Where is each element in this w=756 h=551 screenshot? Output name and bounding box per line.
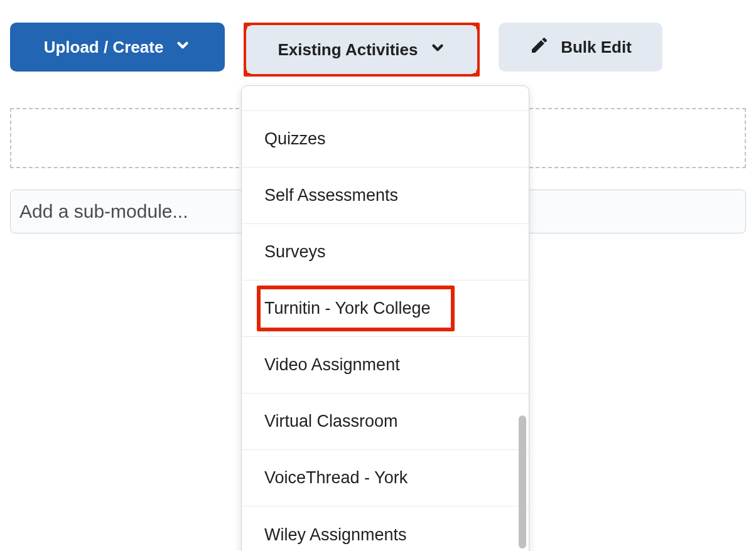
dropdown-item-self-assessments[interactable]: Self Assessments bbox=[242, 168, 529, 224]
dropdown-item-quizzes[interactable]: Quizzes bbox=[242, 111, 529, 168]
dropdown-list: Quizzes Self Assessments Surveys Turniti… bbox=[242, 111, 529, 551]
dropdown-item-voicethread[interactable]: VoiceThread - York bbox=[242, 450, 529, 506]
dropdown-item-label: VoiceThread - York bbox=[264, 468, 408, 488]
toolbar: Upload / Create Existing Activities Bulk… bbox=[0, 0, 756, 77]
dropdown-item-label: Wiley Assignments bbox=[264, 525, 407, 545]
dropdown-item-turnitin[interactable]: Turnitin - York College bbox=[242, 281, 529, 337]
existing-activities-label: Existing Activities bbox=[278, 40, 418, 60]
dropdown-item-label: Self Assessments bbox=[264, 186, 398, 205]
dropdown-item-wiley[interactable]: Wiley Assignments bbox=[242, 506, 529, 551]
dropdown-item-label: Video Assignment bbox=[264, 355, 400, 375]
dropdown-item-label: Surveys bbox=[264, 242, 326, 262]
chevron-down-icon bbox=[175, 37, 191, 58]
dropdown-item-surveys[interactable]: Surveys bbox=[242, 224, 529, 281]
dropdown-item-label: Virtual Classroom bbox=[264, 412, 398, 431]
existing-activities-button[interactable]: Existing Activities bbox=[246, 25, 477, 74]
upload-create-button[interactable]: Upload / Create bbox=[10, 23, 225, 72]
existing-activities-highlight: Existing Activities bbox=[244, 23, 480, 77]
dropdown-item-video-assignment[interactable]: Video Assignment bbox=[242, 337, 529, 393]
chevron-down-icon bbox=[429, 40, 446, 60]
bulk-edit-icon bbox=[529, 35, 549, 60]
upload-create-label: Upload / Create bbox=[44, 38, 164, 57]
bulk-edit-label: Bulk Edit bbox=[561, 38, 632, 57]
dropdown-scrollbar-thumb[interactable] bbox=[519, 415, 526, 548]
dropdown-item-label: Turnitin - York College bbox=[264, 299, 431, 318]
dropdown-top-spacer bbox=[242, 86, 529, 111]
bulk-edit-button[interactable]: Bulk Edit bbox=[499, 23, 662, 72]
dropdown-item-label: Quizzes bbox=[264, 129, 326, 149]
existing-activities-dropdown: Quizzes Self Assessments Surveys Turniti… bbox=[241, 85, 529, 551]
dropdown-item-virtual-classroom[interactable]: Virtual Classroom bbox=[242, 393, 529, 450]
